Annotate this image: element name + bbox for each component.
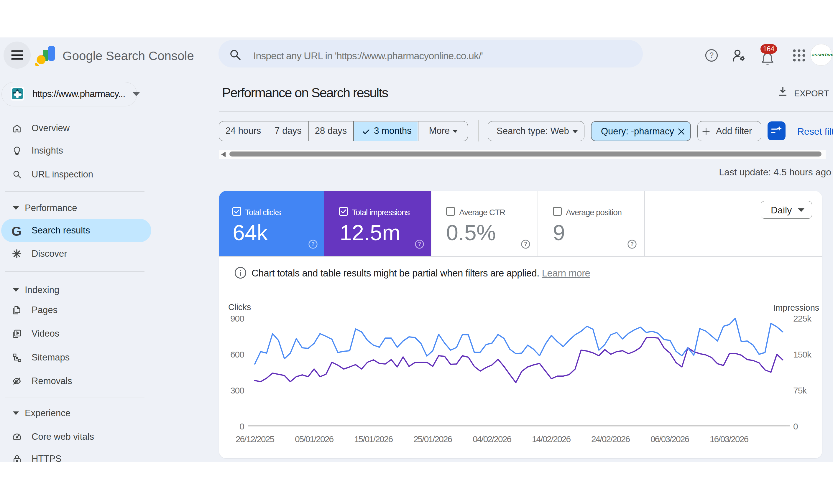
svg-text:?: ? bbox=[311, 241, 315, 247]
svg-text:?: ? bbox=[524, 241, 527, 247]
svg-text:?: ? bbox=[630, 241, 634, 247]
svg-text:?: ? bbox=[710, 51, 714, 59]
svg-text:?: ? bbox=[418, 241, 421, 247]
